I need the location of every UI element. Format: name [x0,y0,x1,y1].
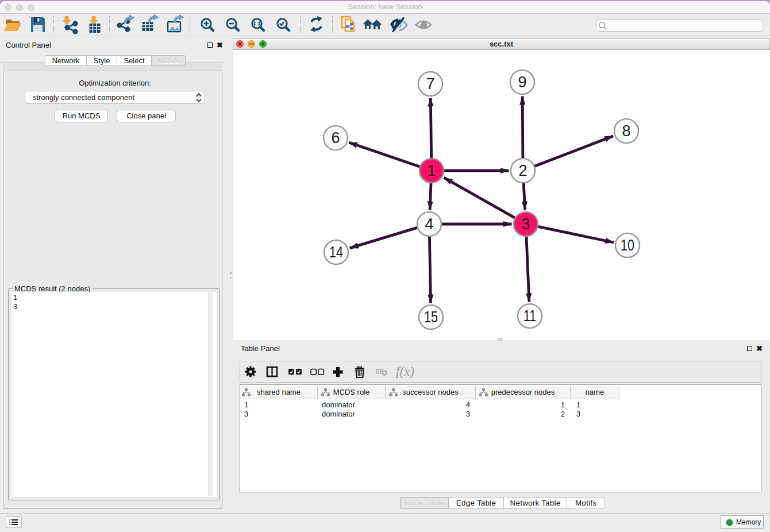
svg-text:f(x): f(x) [396,364,414,379]
svg-text:6: 6 [331,129,340,147]
svg-text:11: 11 [523,307,536,325]
svg-text:3: 3 [521,215,530,233]
svg-text:2: 2 [518,162,527,179]
svg-text:4: 4 [425,215,433,233]
svg-text:1: 1 [427,162,436,179]
svg-text:10: 10 [621,237,634,254]
svg-text:15: 15 [424,309,438,326]
svg-text:8: 8 [622,122,630,140]
svg-text:9: 9 [518,74,526,91]
svg-text:7: 7 [426,75,434,92]
svg-text:14: 14 [329,244,343,261]
